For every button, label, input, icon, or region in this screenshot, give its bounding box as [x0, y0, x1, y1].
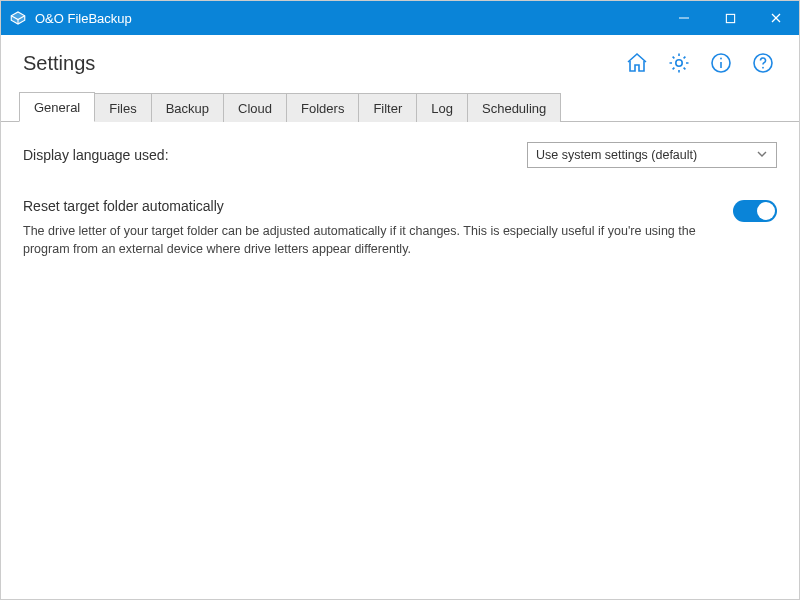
- titlebar: O&O FileBackup: [1, 1, 799, 35]
- page-header: Settings: [1, 35, 799, 87]
- minimize-button[interactable]: [661, 1, 707, 35]
- svg-point-9: [762, 67, 764, 69]
- reset-target-row: Reset target folder automatically The dr…: [23, 198, 777, 258]
- language-select[interactable]: Use system settings (default): [527, 142, 777, 168]
- svg-rect-1: [726, 14, 734, 22]
- language-label: Display language used:: [23, 147, 527, 163]
- help-icon[interactable]: [749, 49, 777, 77]
- reset-target-description: The drive letter of your target folder c…: [23, 222, 713, 258]
- tab-general[interactable]: General: [19, 92, 95, 122]
- language-select-value: Use system settings (default): [536, 148, 697, 162]
- chevron-down-icon: [756, 148, 768, 163]
- tab-content-general: Display language used: Use system settin…: [1, 122, 799, 278]
- tab-files[interactable]: Files: [94, 93, 151, 122]
- tab-filter[interactable]: Filter: [358, 93, 417, 122]
- home-icon[interactable]: [623, 49, 651, 77]
- app-icon: [9, 9, 27, 27]
- tabs: General Files Backup Cloud Folders Filte…: [1, 91, 799, 122]
- toggle-knob: [757, 202, 775, 220]
- tab-folders[interactable]: Folders: [286, 93, 359, 122]
- svg-point-4: [676, 60, 682, 66]
- svg-point-7: [720, 58, 722, 60]
- gear-icon[interactable]: [665, 49, 693, 77]
- close-button[interactable]: [753, 1, 799, 35]
- tab-scheduling[interactable]: Scheduling: [467, 93, 561, 122]
- info-icon[interactable]: [707, 49, 735, 77]
- page-title: Settings: [23, 52, 95, 75]
- tab-backup[interactable]: Backup: [151, 93, 224, 122]
- tab-log[interactable]: Log: [416, 93, 468, 122]
- reset-target-toggle[interactable]: [733, 200, 777, 222]
- app-title: O&O FileBackup: [35, 11, 132, 26]
- maximize-button[interactable]: [707, 1, 753, 35]
- tab-cloud[interactable]: Cloud: [223, 93, 287, 122]
- language-row: Display language used: Use system settin…: [23, 142, 777, 168]
- reset-target-title: Reset target folder automatically: [23, 198, 713, 214]
